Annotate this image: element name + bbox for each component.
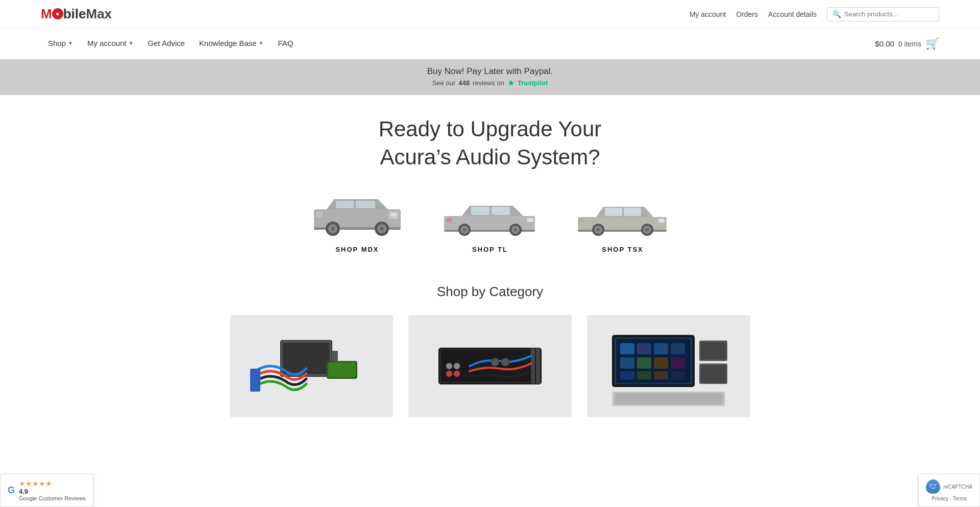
nav-item-my-account[interactable]: My account ▼ bbox=[80, 30, 141, 58]
car-model-tsx[interactable]: SHOP TSX bbox=[572, 191, 674, 253]
svg-point-51 bbox=[446, 371, 452, 377]
double-din-svg bbox=[597, 320, 740, 412]
svg-point-21 bbox=[463, 228, 466, 231]
logo-bile: bile bbox=[63, 6, 86, 22]
trustpilot-star-icon: ★ bbox=[507, 78, 514, 88]
svg-rect-74 bbox=[701, 342, 726, 359]
car-model-mdx[interactable]: SHOP MDX bbox=[306, 191, 408, 253]
svg-point-12 bbox=[380, 227, 384, 231]
svg-rect-2 bbox=[356, 201, 375, 208]
svg-rect-5 bbox=[316, 212, 323, 217]
svg-rect-61 bbox=[654, 343, 668, 354]
svg-rect-67 bbox=[620, 371, 634, 379]
logo-m: M bbox=[41, 6, 52, 22]
car-mdx-label: SHOP MDX bbox=[306, 246, 408, 253]
svg-rect-66 bbox=[671, 357, 685, 369]
svg-rect-41 bbox=[328, 363, 356, 377]
svg-rect-64 bbox=[637, 357, 651, 369]
svg-rect-68 bbox=[637, 371, 651, 379]
logo[interactable]: M●bileMax bbox=[41, 6, 112, 22]
hero-title: Ready to Upgrade Your Acura’s Audio Syst… bbox=[194, 115, 786, 171]
svg-rect-16 bbox=[527, 218, 533, 222]
svg-rect-59 bbox=[620, 343, 634, 354]
svg-rect-63 bbox=[620, 357, 634, 369]
account-details-link[interactable]: Account details bbox=[768, 10, 817, 18]
svg-rect-15 bbox=[492, 207, 510, 215]
car-mdx-image bbox=[306, 191, 408, 243]
nav-links: Shop ▼ My account ▼ Get Advice Knowledge… bbox=[41, 30, 301, 58]
svg-rect-76 bbox=[701, 365, 726, 382]
svg-point-49 bbox=[446, 363, 452, 369]
car-tl-image bbox=[439, 191, 541, 243]
svg-point-36 bbox=[646, 228, 649, 231]
amplifiers-svg bbox=[419, 320, 561, 412]
car-tsx-image bbox=[572, 191, 674, 243]
main-content: Ready to Upgrade Your Acura’s Audio Syst… bbox=[184, 95, 796, 438]
svg-point-33 bbox=[597, 228, 600, 231]
category-double-din[interactable] bbox=[587, 315, 750, 417]
cart-items-count: 0 items bbox=[898, 40, 921, 48]
category-grid bbox=[194, 315, 786, 417]
category-install-kits[interactable] bbox=[230, 315, 393, 417]
chevron-down-icon: ▼ bbox=[259, 40, 264, 46]
category-amplifiers[interactable] bbox=[408, 315, 572, 417]
car-models-section: SHOP MDX bbox=[194, 191, 786, 253]
svg-rect-27 bbox=[624, 208, 641, 216]
cart-icon: 🛒 bbox=[925, 37, 939, 51]
svg-point-52 bbox=[454, 371, 460, 377]
svg-rect-29 bbox=[579, 219, 584, 222]
svg-point-24 bbox=[514, 228, 517, 231]
car-mdx-svg bbox=[306, 191, 408, 237]
nav-item-get-advice[interactable]: Get Advice bbox=[141, 30, 192, 58]
search-input[interactable] bbox=[844, 10, 934, 18]
banner-sub-text: See our 448 reviews on ★ Trustpilot bbox=[10, 78, 970, 88]
svg-rect-48 bbox=[536, 348, 540, 384]
nav-item-faq[interactable]: FAQ bbox=[271, 30, 301, 58]
amplifiers-image bbox=[408, 315, 572, 417]
nav-item-knowledge-base[interactable]: Knowledge Base ▼ bbox=[192, 30, 271, 58]
svg-rect-43 bbox=[332, 351, 338, 361]
svg-rect-4 bbox=[391, 213, 396, 216]
my-account-link[interactable]: My account bbox=[690, 10, 726, 18]
svg-rect-1 bbox=[336, 201, 354, 208]
search-icon: 🔍 bbox=[832, 10, 841, 18]
svg-point-50 bbox=[454, 363, 460, 369]
double-din-image bbox=[587, 315, 750, 417]
nav-item-shop[interactable]: Shop ▼ bbox=[41, 30, 80, 58]
car-tl-svg bbox=[439, 191, 541, 237]
logo-circle-icon: ● bbox=[52, 8, 63, 19]
svg-rect-26 bbox=[605, 208, 622, 216]
trustpilot-label: Trustpilot bbox=[518, 79, 548, 87]
car-tsx-label: SHOP TSX bbox=[572, 246, 674, 253]
svg-rect-70 bbox=[671, 371, 685, 379]
install-kits-svg bbox=[240, 320, 383, 412]
svg-point-53 bbox=[491, 358, 499, 366]
svg-rect-14 bbox=[471, 207, 489, 215]
banner-main-text: Buy Now! Pay Later with Paypal. bbox=[10, 66, 970, 77]
car-tsx-svg bbox=[572, 191, 674, 237]
promo-banner: Buy Now! Pay Later with Paypal. See our … bbox=[0, 59, 980, 95]
svg-rect-28 bbox=[658, 219, 665, 223]
svg-rect-60 bbox=[637, 343, 651, 354]
car-model-tl[interactable]: SHOP TL bbox=[439, 191, 541, 253]
logo-max: Max bbox=[86, 6, 112, 22]
orders-link[interactable]: Orders bbox=[736, 10, 758, 18]
search-box[interactable]: 🔍 bbox=[827, 7, 939, 21]
svg-point-9 bbox=[331, 227, 335, 231]
svg-rect-17 bbox=[447, 218, 452, 222]
shop-by-category-title: Shop by Category bbox=[194, 284, 786, 300]
header-top-links: My account Orders Account details 🔍 bbox=[690, 7, 939, 21]
svg-point-54 bbox=[501, 358, 509, 366]
chevron-down-icon: ▼ bbox=[129, 40, 134, 46]
svg-rect-72 bbox=[615, 393, 722, 404]
nav-cart[interactable]: $0.00 0 items 🛒 bbox=[875, 37, 939, 51]
svg-rect-47 bbox=[531, 348, 535, 384]
cart-amount: $0.00 bbox=[875, 39, 894, 48]
chevron-down-icon: ▼ bbox=[68, 40, 73, 46]
install-kits-image bbox=[230, 315, 393, 417]
svg-rect-62 bbox=[671, 343, 685, 354]
svg-rect-69 bbox=[654, 371, 668, 379]
header-top: M●bileMax My account Orders Account deta… bbox=[0, 0, 980, 29]
nav-bar: Shop ▼ My account ▼ Get Advice Knowledge… bbox=[0, 29, 980, 59]
svg-rect-42 bbox=[250, 369, 260, 392]
